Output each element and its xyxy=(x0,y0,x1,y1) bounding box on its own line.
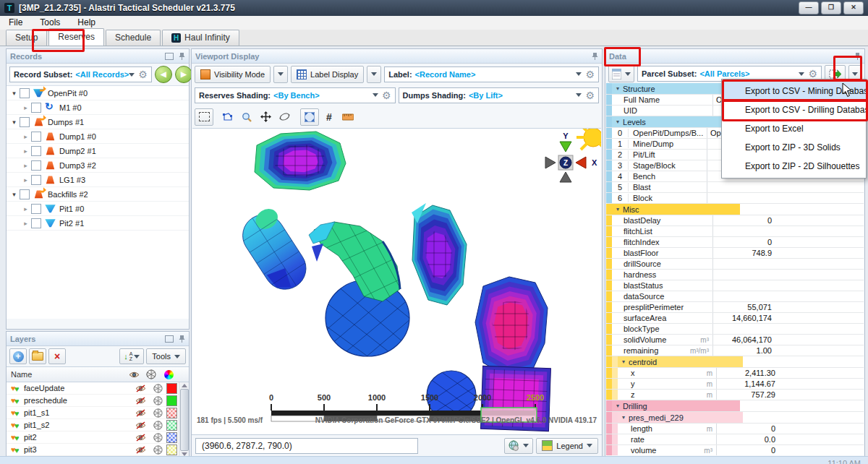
fan-column-icon[interactable] xyxy=(142,369,160,379)
fit-view-button[interactable] xyxy=(300,108,319,126)
layers-scrollbar[interactable] xyxy=(179,382,189,457)
data-row-length[interactable]: lengthm0 xyxy=(606,424,864,434)
field-value[interactable] xyxy=(707,193,769,203)
field-value[interactable]: 46,064,170 xyxy=(712,335,775,345)
checkbox[interactable] xyxy=(31,204,41,214)
checkbox[interactable] xyxy=(31,218,41,228)
collapse-icon[interactable]: ▾ xyxy=(616,206,619,212)
collapse-icon[interactable]: ▾ xyxy=(616,85,619,92)
gear-icon[interactable]: ⚙ xyxy=(585,90,595,100)
field-value[interactable]: 1.00 xyxy=(712,345,775,356)
gear-icon[interactable]: ⚙ xyxy=(585,69,595,80)
field-value[interactable] xyxy=(712,291,775,301)
tab-reserves[interactable]: Reserves xyxy=(48,28,104,46)
record-subset-dropdown[interactable]: Record Subset: <All Records> ⚙ xyxy=(9,66,152,82)
layer-row-pit2[interactable]: ♥♥pit2 xyxy=(7,431,189,444)
visibility-column-icon[interactable] xyxy=(125,371,142,379)
color-column-icon[interactable] xyxy=(160,370,177,379)
layer-row-preschedule[interactable]: ♥♥preschedule xyxy=(7,395,189,407)
reserves-shading-dropdown[interactable]: Reserves Shading: <By Bench> ⚙ xyxy=(195,87,396,103)
expander-icon[interactable]: ▾ xyxy=(9,119,19,126)
scrollbar-thumb[interactable] xyxy=(180,389,189,451)
data-row-y[interactable]: ym1,144.67 xyxy=(606,379,864,390)
layer-row-pit3[interactable]: ♥♥pit3 xyxy=(7,444,189,456)
gear-icon[interactable]: ⚙ xyxy=(808,69,817,79)
minimize-panel-icon[interactable] xyxy=(165,335,174,343)
data-row-flitchindex[interactable]: flitchIndex0 xyxy=(606,237,864,248)
data-row-blaststatus[interactable]: blastStatus xyxy=(606,280,864,291)
field-value[interactable]: 0 xyxy=(716,424,778,434)
data-row-rate[interactable]: rate0.0 xyxy=(606,434,864,445)
axis-x-arrow[interactable] xyxy=(576,157,586,168)
field-value[interactable]: 55,071 xyxy=(712,302,775,312)
expander-icon[interactable]: ▸ xyxy=(21,147,30,155)
pin-icon[interactable] xyxy=(179,52,185,60)
add-layer-button[interactable]: + xyxy=(9,348,27,364)
menu-file[interactable]: File xyxy=(0,16,31,30)
data-group-centroid[interactable]: ▾centroid xyxy=(606,356,864,368)
data-row-flitchlist[interactable]: flitchList xyxy=(606,226,864,237)
viewport-canvas[interactable]: Y Z X 05001000150020002500 181 fps | 5.5… xyxy=(192,128,601,435)
field-value[interactable]: 0.0 xyxy=(716,434,778,444)
gear-icon[interactable]: ⚙ xyxy=(138,69,148,80)
tree-item-m1-0[interactable]: ▸↻M1 #0 xyxy=(7,100,189,115)
tree-item-pit1-0[interactable]: ▸Pit1 #0 xyxy=(7,202,189,216)
checkbox[interactable] xyxy=(31,175,41,185)
field-value[interactable]: 2,411.30 xyxy=(716,368,778,378)
pin-icon[interactable] xyxy=(854,52,861,60)
pin-icon[interactable] xyxy=(592,52,598,60)
visibility-off-icon[interactable] xyxy=(132,446,149,454)
menu-item-export-to-csv-mining-database[interactable]: Export to CSV - Mining Database xyxy=(722,82,866,100)
minimize-panel-icon[interactable] xyxy=(165,53,174,60)
menu-item-export-to-zip-3d-solids[interactable]: Export to ZIP - 3D Solids xyxy=(722,138,866,157)
data-group-misc[interactable]: ▾Misc xyxy=(606,204,864,215)
polygon-select-button[interactable] xyxy=(219,109,237,125)
tree-item-dumps-1[interactable]: ▾Dumps #1 xyxy=(7,115,189,129)
scroll-up-icon[interactable] xyxy=(182,384,187,387)
collapse-icon[interactable]: ▾ xyxy=(622,414,625,421)
axis-west-arrow[interactable] xyxy=(545,157,556,168)
fan-icon[interactable] xyxy=(149,384,166,393)
visibility-off-icon[interactable] xyxy=(132,421,149,429)
data-row-block[interactable]: 6Block xyxy=(606,193,864,204)
minimize-button[interactable]: — xyxy=(799,1,819,14)
tree-item-openpit-0[interactable]: ▾OpenPit #0 xyxy=(7,86,189,100)
sort-layers-button[interactable]: ↓ AZ xyxy=(119,348,144,364)
visibility-off-icon[interactable] xyxy=(132,397,149,405)
tree-item-dump1-0[interactable]: ▸Dump1 #0 xyxy=(7,129,189,144)
expander-icon[interactable]: ▾ xyxy=(9,191,19,198)
expander-icon[interactable]: ▸ xyxy=(21,220,30,227)
checkbox[interactable] xyxy=(31,132,41,142)
data-row-hardness[interactable]: hardness xyxy=(606,270,864,280)
field-value[interactable]: 14,660,174 xyxy=(712,313,775,323)
data-row-blocktype[interactable]: blockType xyxy=(606,324,864,335)
tab-haul-infinity[interactable]: H Haul Infinity xyxy=(162,30,239,46)
globe-button[interactable] xyxy=(504,438,533,454)
expander-icon[interactable]: ▾ xyxy=(9,90,19,97)
menu-item-export-to-excel[interactable]: Export to Excel xyxy=(722,119,866,138)
fan-icon[interactable] xyxy=(149,408,166,418)
pan-tool-button[interactable] xyxy=(257,109,274,125)
data-row-z[interactable]: zm757.29 xyxy=(606,390,864,400)
checkbox[interactable] xyxy=(31,103,41,113)
checkbox[interactable] xyxy=(31,146,41,156)
checkbox[interactable] xyxy=(31,160,41,171)
fan-icon[interactable] xyxy=(149,433,166,442)
field-value[interactable]: 0 xyxy=(712,215,775,225)
checkbox[interactable] xyxy=(20,189,30,199)
data-row-blastdelay[interactable]: blastDelay0 xyxy=(606,215,864,226)
tree-item-backfills-2[interactable]: ▾Backfills #2 xyxy=(7,187,189,202)
data-row-presplitperimeter[interactable]: presplitPerimeter55,071 xyxy=(606,302,864,313)
axis-south-arrow[interactable] xyxy=(560,172,571,182)
visibility-mode-caret[interactable] xyxy=(273,66,288,83)
visibility-off-icon[interactable] xyxy=(132,409,149,417)
axis-y-arrow[interactable] xyxy=(560,142,571,152)
layer-row-pit1_s2[interactable]: ♥♥pit1_s2 xyxy=(7,419,189,431)
visibility-off-icon[interactable] xyxy=(132,434,149,442)
add-folder-button[interactable] xyxy=(29,348,46,364)
field-value[interactable]: 0 xyxy=(716,445,778,455)
expander-icon[interactable]: ▸ xyxy=(21,162,30,169)
tree-item-dump2-1[interactable]: ▸Dump2 #1 xyxy=(7,144,189,158)
menu-item-export-to-zip-2d-silhouettes[interactable]: Export to ZIP - 2D Silhouettes xyxy=(722,157,866,176)
data-row-remaining[interactable]: remainingm³/m³1.00 xyxy=(606,345,864,356)
